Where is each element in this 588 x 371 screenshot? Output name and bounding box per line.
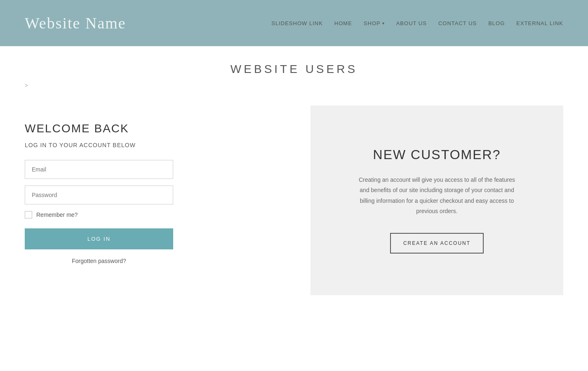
- site-logo: Website Name: [25, 14, 126, 32]
- nav-slideshow-link[interactable]: SLIDESHOW LINK: [271, 20, 323, 26]
- welcome-title: WELCOME BACK: [25, 122, 228, 135]
- content-row: WELCOME BACK LOG IN TO YOUR ACCOUNT BELO…: [25, 106, 563, 295]
- nav-shop-link[interactable]: SHOP ▾: [364, 20, 385, 26]
- password-input[interactable]: [25, 186, 173, 204]
- forgot-password-link[interactable]: Forgotten password?: [25, 258, 173, 264]
- nav-external-link[interactable]: EXTERNAL LINK: [516, 20, 563, 26]
- main-nav: SLIDESHOW LINK HOME SHOP ▾ ABOUT US CONT…: [271, 20, 563, 26]
- create-account-button[interactable]: CREATE AN ACCOUNT: [390, 233, 484, 254]
- nav-about-us-link[interactable]: ABOUT US: [396, 20, 427, 26]
- nav-blog-link[interactable]: BLOG: [488, 20, 505, 26]
- main-content: WEBSITE USERS > WELCOME BACK LOG IN TO Y…: [0, 46, 588, 320]
- remember-row: Remember me?: [25, 211, 228, 218]
- password-group: [25, 186, 228, 204]
- login-section: WELCOME BACK LOG IN TO YOUR ACCOUNT BELO…: [25, 106, 261, 295]
- nav-contact-us-link[interactable]: CONTACT US: [438, 20, 477, 26]
- new-customer-title: NEW CUSTOMER?: [373, 147, 501, 162]
- chevron-down-icon: ▾: [382, 21, 385, 26]
- email-group: [25, 160, 228, 179]
- nav-home-link[interactable]: HOME: [334, 20, 352, 26]
- page-title: WEBSITE USERS: [25, 63, 563, 76]
- new-customer-section: NEW CUSTOMER? Creating an account will g…: [310, 106, 563, 295]
- email-input[interactable]: [25, 160, 173, 179]
- breadcrumb: >: [25, 82, 563, 89]
- login-subtitle: LOG IN TO YOUR ACCOUNT BELOW: [25, 142, 228, 148]
- login-button[interactable]: LOG IN: [25, 228, 173, 249]
- remember-checkbox[interactable]: [25, 211, 32, 218]
- site-header: Website Name SLIDESHOW LINK HOME SHOP ▾ …: [0, 0, 588, 46]
- remember-label: Remember me?: [36, 211, 78, 218]
- new-customer-description: Creating an account will give you access…: [359, 175, 515, 216]
